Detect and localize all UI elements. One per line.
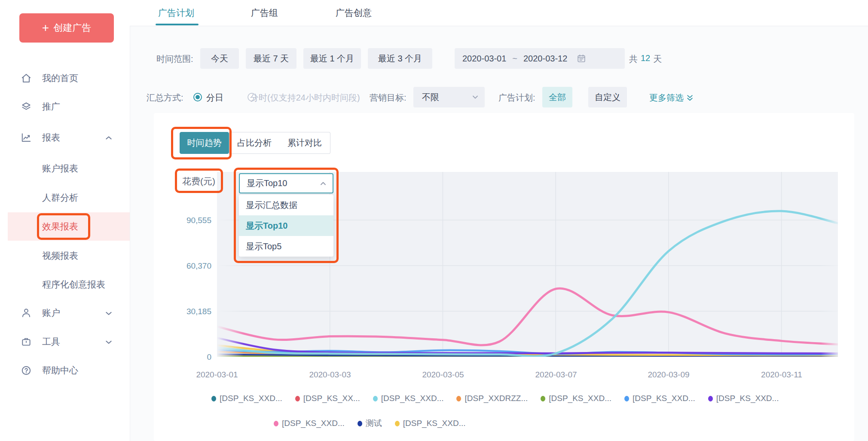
view-tab-label: 占比分析 <box>237 137 272 149</box>
radio-daily-label[interactable]: 分日 <box>206 92 223 104</box>
legend-item[interactable]: [DSP_KS_XXD... <box>395 419 466 428</box>
dropdown-option-top10[interactable]: 显示Top10 <box>239 215 333 236</box>
plan-custom-button[interactable]: 自定义 <box>588 87 627 107</box>
sidebar-item-tools[interactable]: 工具 <box>0 328 130 356</box>
legend-item[interactable]: [DSP_KS_XXD... <box>373 394 444 403</box>
sidebar-item-reports[interactable]: 报表 <box>0 123 130 152</box>
legend-label: [DSP_KS_XXD... <box>716 394 779 403</box>
x-axis-tick: 2020-03-05 <box>413 370 473 380</box>
chevron-up-icon <box>320 180 327 187</box>
topn-dropdown-menu: 显示汇总数据 显示Top10 显示Top5 <box>239 195 333 257</box>
x-axis-tick: 2020-03-01 <box>187 370 247 380</box>
entity-tabbar: 广告计划 广告组 广告创意 <box>130 0 868 26</box>
tab-ad-plan[interactable]: 广告计划 <box>158 0 194 25</box>
effect-report-page: { "sidebar": { "create_button": "创建广告", … <box>0 0 868 441</box>
metric-label[interactable]: 花费(元) <box>182 175 215 187</box>
legend-item[interactable]: [DSP_KS_XXD... <box>274 419 345 428</box>
tab-label: 广告组 <box>251 7 278 19</box>
sidebar-item-label: 工具 <box>42 336 60 348</box>
total-days: 共 12 天 <box>629 53 662 65</box>
view-tab-time-trend[interactable]: 时间趋势 <box>180 132 229 154</box>
dropdown-option-top5[interactable]: 显示Top5 <box>239 236 333 257</box>
calendar-icon <box>577 54 586 63</box>
chart-legend-row-1: [DSP_KS_XXD... [DSP_KS_XX... [DSP_KS_XXD… <box>211 394 779 403</box>
legend-item[interactable]: [DSP_KS_XXD... <box>541 394 611 403</box>
legend-dot <box>358 421 362 426</box>
sidebar-item-programmatic-creative-report[interactable]: 程序化创意报表 <box>0 270 130 299</box>
sidebar-item-label: 视频报表 <box>42 250 78 262</box>
range-today-button[interactable]: 今天 <box>200 48 239 69</box>
sidebar-item-label: 账户报表 <box>42 162 78 175</box>
legend-label: [DSP_KS_XXD... <box>381 394 444 403</box>
sidebar-item-account[interactable]: 账户 <box>0 299 130 327</box>
view-tab-label: 时间趋势 <box>187 137 222 149</box>
sidebar-item-help-center[interactable]: 帮助中心 <box>0 356 130 385</box>
sidebar-item-promotion[interactable]: 推广 <box>0 92 130 121</box>
legend-item[interactable]: [DSP_KS_XX... <box>295 394 360 403</box>
legend-label: [DSP_KS_XXD... <box>549 394 611 403</box>
legend-item[interactable]: [DSP_KS_XXD... <box>708 394 779 403</box>
sidebar-item-label: 账户 <box>42 307 60 319</box>
sidebar-item-account-report[interactable]: 账户报表 <box>0 154 130 183</box>
chart-legend-row-2: [DSP_KS_XXD... 测试 [DSP_KS_XXD... <box>274 418 465 429</box>
range-7days-button[interactable]: 最近 7 天 <box>246 48 296 69</box>
legend-dot <box>373 396 378 401</box>
chevron-down-icon <box>472 94 479 101</box>
marketing-goal-select[interactable]: 不限 <box>413 87 485 107</box>
legend-label: [DSP_KS_XXD... <box>282 419 345 428</box>
tab-ad-creative[interactable]: 广告创意 <box>336 0 372 25</box>
time-range-label: 时间范围: <box>156 53 193 65</box>
legend-item[interactable]: [DSP_KS_XXD... <box>211 394 282 403</box>
plan-all-button[interactable]: 全部 <box>542 87 572 107</box>
legend-dot <box>395 421 400 426</box>
ad-plan-filter-label: 广告计划: <box>498 92 535 104</box>
sidebar-item-label: 我的首页 <box>42 72 78 84</box>
legend-label: [DSP_XXDRZZ... <box>465 394 528 403</box>
x-axis-tick: 2020-03-09 <box>639 370 699 380</box>
view-tab-label: 累计对比 <box>287 137 322 149</box>
sidebar-item-home[interactable]: 我的首页 <box>0 64 130 92</box>
radio-daily[interactable] <box>193 93 202 101</box>
tab-ad-group[interactable]: 广告组 <box>251 0 278 25</box>
chevron-down-icon <box>105 309 113 317</box>
legend-label: [DSP_KS_XXD... <box>403 419 466 428</box>
double-chevron-down-icon <box>686 94 694 102</box>
view-tab-proportion[interactable]: 占比分析 <box>229 132 280 154</box>
user-icon <box>21 307 32 318</box>
view-tab-cumulative[interactable]: 累计对比 <box>279 132 330 154</box>
x-axis-tick: 2020-03-07 <box>526 370 586 380</box>
sidebar-item-audience-analysis[interactable]: 人群分析 <box>0 184 130 212</box>
legend-dot <box>274 421 278 426</box>
briefcase-icon <box>21 336 32 347</box>
x-axis-tick: 2020-03-03 <box>300 370 360 380</box>
more-filters-link[interactable]: 更多筛选 <box>649 92 694 104</box>
legend-label: [DSP_KS_XX... <box>303 394 360 403</box>
x-axis-tick: 2020-03-11 <box>752 370 812 380</box>
active-tab-underline <box>156 24 199 25</box>
sidebar-item-label: 效果报表 <box>42 220 78 233</box>
summary-mode-label: 汇总方式: <box>147 92 183 104</box>
date-range-picker[interactable]: 2020-03-01 ~ 2020-03-12 <box>455 48 625 69</box>
radio-hourly-label[interactable]: 分时(仅支持24小时内时间段) <box>250 92 360 104</box>
legend-item[interactable]: [DSP_XXDRZZ... <box>456 394 528 403</box>
sidebar: + 创建广告 我的首页 推广 报表 账户报表 人群分析 效果报表 视频报表 程序… <box>0 0 130 441</box>
legend-item[interactable]: 测试 <box>358 418 382 429</box>
sidebar-item-label: 报表 <box>42 132 60 144</box>
dropdown-option-summary[interactable]: 显示汇总数据 <box>239 195 333 215</box>
sidebar-item-video-report[interactable]: 视频报表 <box>0 242 130 270</box>
tab-label: 广告计划 <box>158 7 194 19</box>
legend-dot <box>708 396 713 401</box>
legend-dot <box>295 396 300 401</box>
sidebar-item-effect-report[interactable]: 效果报表 <box>8 212 130 241</box>
legend-dot <box>211 396 216 401</box>
range-1month-button[interactable]: 最近 1 个月 <box>303 48 361 69</box>
date-tilde: ~ <box>512 54 517 64</box>
create-ad-button[interactable]: + 创建广告 <box>19 13 114 43</box>
legend-item[interactable]: [DSP_KS_XXD... <box>624 394 695 403</box>
range-3months-button[interactable]: 最近 3 个月 <box>368 48 432 69</box>
topn-select[interactable]: 显示Top10 <box>239 173 333 193</box>
create-ad-label: 创建广告 <box>53 21 91 34</box>
topn-select-value: 显示Top10 <box>240 178 287 189</box>
y-axis-tick: 60,370 <box>168 261 211 271</box>
legend-dot <box>456 396 461 401</box>
